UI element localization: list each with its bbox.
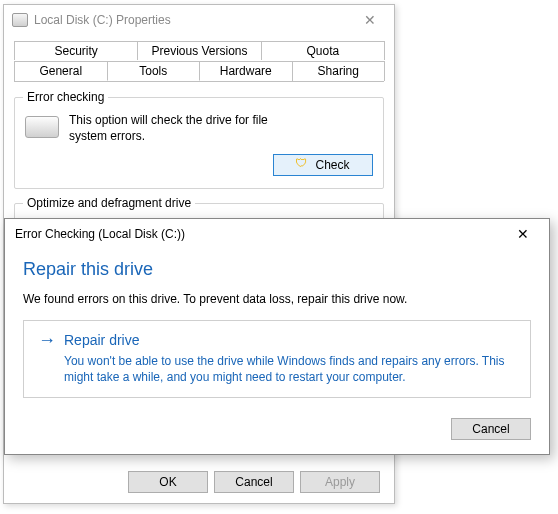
tab-strip: Security Previous Versions Quota General…: [14, 41, 384, 83]
arrow-right-icon: →: [38, 331, 56, 349]
check-button[interactable]: Check: [273, 154, 373, 176]
check-button-label: Check: [315, 158, 349, 172]
shield-icon: [296, 158, 310, 172]
tab-sharing[interactable]: Sharing: [292, 61, 386, 81]
tab-tools[interactable]: Tools: [107, 61, 201, 81]
error-checking-dialog: Error Checking (Local Disk (C:)) ✕ Repai…: [4, 218, 550, 455]
repair-drive-description: You won't be able to use the drive while…: [64, 353, 516, 385]
tab-hardware[interactable]: Hardware: [199, 61, 293, 81]
error-checking-group: Error checking This option will check th…: [14, 97, 384, 189]
apply-button[interactable]: Apply: [300, 471, 380, 493]
cancel-button[interactable]: Cancel: [451, 418, 531, 440]
error-heading: Repair this drive: [23, 259, 531, 280]
disk-icon: [12, 13, 28, 27]
properties-button-bar: OK Cancel Apply: [4, 471, 394, 493]
properties-titlebar[interactable]: Local Disk (C:) Properties ✕: [4, 5, 394, 35]
ok-button[interactable]: OK: [128, 471, 208, 493]
error-message: We found errors on this drive. To preven…: [23, 292, 531, 306]
drive-icon: [25, 116, 59, 138]
close-icon[interactable]: ✕: [354, 5, 386, 35]
error-dialog-titlebar[interactable]: Error Checking (Local Disk (C:)) ✕: [5, 219, 549, 249]
error-dialog-title: Error Checking (Local Disk (C:)): [15, 227, 185, 241]
tab-general[interactable]: General: [14, 61, 108, 81]
tab-security[interactable]: Security: [14, 41, 138, 60]
close-icon[interactable]: ✕: [507, 222, 539, 246]
properties-title: Local Disk (C:) Properties: [34, 13, 171, 27]
repair-drive-title: Repair drive: [64, 332, 139, 348]
error-checking-description: This option will check the drive for fil…: [69, 112, 289, 144]
cancel-button[interactable]: Cancel: [214, 471, 294, 493]
tab-previous-versions[interactable]: Previous Versions: [137, 41, 261, 60]
error-checking-group-title: Error checking: [23, 90, 108, 104]
repair-drive-command[interactable]: → Repair drive You won't be able to use …: [23, 320, 531, 398]
tab-quota[interactable]: Quota: [261, 41, 385, 60]
optimize-group-title: Optimize and defragment drive: [23, 196, 195, 210]
